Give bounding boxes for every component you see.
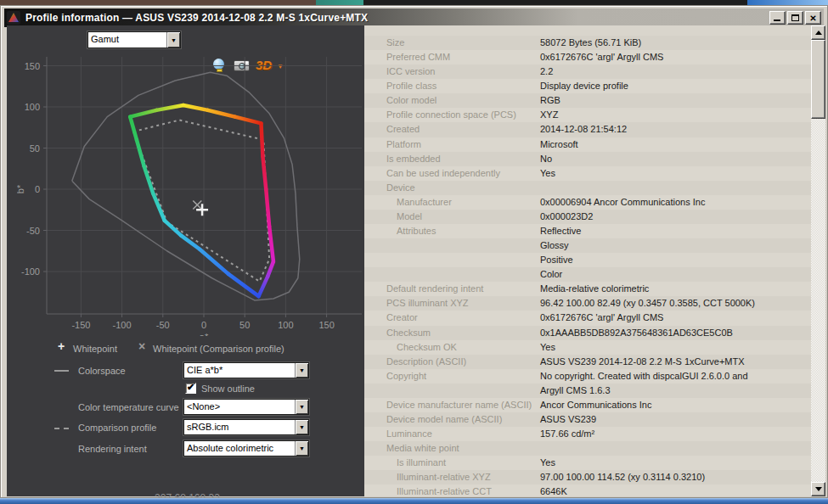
info-row-label: PCS illuminant XYZ xyxy=(386,298,469,308)
info-row-label: Created xyxy=(386,124,420,134)
svg-text:b*: b* xyxy=(17,184,25,193)
info-row-label: Preferred CMM xyxy=(386,52,450,62)
info-row-value: Microsoft xyxy=(540,139,578,149)
info-row: AttributesReflective xyxy=(364,224,811,238)
legend-whitepoint-comparison-label: Whitepoint (Comparison profile) xyxy=(153,344,284,354)
info-row-value: No copyright. Created with dispcalGUI 2.… xyxy=(540,371,748,381)
show-outline-checkbox[interactable]: ✔ xyxy=(185,383,196,394)
scrollbar-thumb[interactable] xyxy=(811,40,825,119)
info-row-value: 0x6172676C 'argl' Argyll CMS xyxy=(540,52,663,62)
info-row-label: Copyright xyxy=(386,371,426,381)
info-row-value: No xyxy=(540,154,552,164)
info-row-label: Description (ASCII) xyxy=(386,356,466,367)
info-row: ICC version2.2 xyxy=(364,64,811,79)
info-row-value: Yes xyxy=(540,342,555,352)
view-type-value: Gamut xyxy=(88,32,166,48)
info-row: Preferred CMM0x6172676C 'argl' Argyll CM… xyxy=(364,50,811,64)
info-row-value: 97.00 100.00 114.52 (xy 0.3114 0.3210) xyxy=(540,472,705,482)
info-row-label: Default rendering intent xyxy=(386,283,483,294)
whitepoint-plus-icon: + xyxy=(58,339,65,353)
info-row-value: 0x6172676C 'argl' Argyll CMS xyxy=(540,312,663,322)
scroll-down-button[interactable] xyxy=(811,482,825,496)
info-row: Model0x000023D2 xyxy=(364,210,811,224)
info-row-label: Creator xyxy=(386,312,418,322)
arrow-down-icon xyxy=(815,487,822,491)
info-row-label: Is embedded xyxy=(386,154,441,164)
chevron-down-icon[interactable]: ▼ xyxy=(295,363,308,378)
info-row-label: Device xyxy=(386,182,415,193)
info-row-value: Yes xyxy=(540,457,555,468)
app-icon xyxy=(7,11,20,25)
maximize-button[interactable] xyxy=(787,11,803,25)
info-row-label: Can be used independently xyxy=(386,168,500,178)
info-row: Manufacturer0x00006904 Ancor Communicati… xyxy=(364,195,811,210)
info-row-value: Display device profile xyxy=(540,81,628,91)
info-row: Is embeddedNo xyxy=(364,152,811,166)
info-row-label: Size xyxy=(386,37,404,48)
svg-text:0: 0 xyxy=(201,320,206,330)
info-row: Color modelRGB xyxy=(364,93,811,108)
close-icon: ✕ xyxy=(809,14,816,23)
info-row: Argyll CMS 1.6.3 xyxy=(364,384,811,398)
info-row-value: RGB xyxy=(540,95,560,105)
chevron-down-icon[interactable]: ▼ xyxy=(295,441,308,456)
legend-whitepoint-label: Whitepoint xyxy=(73,344,117,354)
title-bar[interactable]: Profile information — ASUS VS239 2014-12… xyxy=(4,8,824,27)
arrow-up-icon xyxy=(815,31,822,35)
info-row-label: Model xyxy=(397,211,422,221)
info-row-label: Attributes xyxy=(397,226,436,236)
minimize-button[interactable] xyxy=(769,11,786,25)
color-temperature-curve-select[interactable]: <None> ▼ xyxy=(183,399,309,415)
scroll-up-button[interactable] xyxy=(811,25,825,40)
gamut-view-panel: Gamut ▼ 3D ▼ -150-100-500501001501501005… xyxy=(7,25,364,496)
info-row: Creator0x6172676C 'argl' Argyll CMS xyxy=(364,311,811,325)
rgb-triangle-icon xyxy=(7,11,20,25)
chevron-down-icon[interactable]: ▼ xyxy=(295,400,308,414)
taskbar-strip xyxy=(0,498,828,504)
info-row-value: 6646K xyxy=(540,486,567,496)
close-button[interactable]: ✕ xyxy=(805,11,821,25)
svg-text:0: 0 xyxy=(35,184,40,194)
info-row-label: Is illuminant xyxy=(397,457,446,468)
info-row: Is illuminantYes xyxy=(364,456,811,470)
chevron-down-icon[interactable]: ▼ xyxy=(295,420,308,434)
comparison-profile-select[interactable]: sRGB.icm ▼ xyxy=(183,419,309,435)
info-row: Device manufacturer name (ASCII)Ancor Co… xyxy=(364,398,811,412)
svg-text:100: 100 xyxy=(25,102,40,112)
info-row-label: Platform xyxy=(386,139,421,149)
info-row-value: 0x1AAABB5DB892A375648361AD63CE5C0B xyxy=(540,328,733,338)
info-row-label: Media white point xyxy=(386,443,459,453)
info-row-value: Glossy xyxy=(540,240,569,250)
info-row: Profile classDisplay device profile xyxy=(364,79,811,93)
info-row-value: ASUS VS239 xyxy=(540,414,596,424)
gamut-plot[interactable]: -150-100-50050100150150100500-50-100a*b* xyxy=(17,53,365,336)
info-row: Checksum0x1AAABB5DB892A375648361AD63CE5C… xyxy=(364,326,811,340)
svg-text:-100: -100 xyxy=(21,266,40,277)
info-row: Device model name (ASCII)ASUS VS239 xyxy=(364,412,811,427)
info-row: Luminance157.66 cd/m² xyxy=(364,427,811,441)
info-row: Size58072 Bytes (56.71 KiB) xyxy=(364,36,811,50)
info-row-value: XYZ xyxy=(540,109,558,120)
svg-text:50: 50 xyxy=(30,143,40,154)
info-row-value: 2014-12-08 21:54:12 xyxy=(540,124,627,134)
info-row: Media white point xyxy=(364,441,811,456)
info-row: Can be used independentlyYes xyxy=(364,166,811,181)
chevron-down-icon[interactable]: ▼ xyxy=(166,32,180,48)
info-row-value: Yes xyxy=(540,168,555,178)
comparison-profile-label: Comparison profile xyxy=(78,423,156,433)
rendering-intent-select[interactable]: Absolute colorimetric ▼ xyxy=(183,440,309,456)
view-type-select[interactable]: Gamut ▼ xyxy=(87,31,181,48)
info-row-value: 58072 Bytes (56.71 KiB) xyxy=(540,37,641,48)
rendering-intent-value: Absolute colorimetric xyxy=(184,441,295,456)
info-row-value: Media-relative colorimetric xyxy=(540,283,649,294)
info-row-value: Reflective xyxy=(540,226,581,236)
info-row: Description (ASCII)ASUS VS239 2014-12-08… xyxy=(364,355,811,369)
info-row-value: 96.42 100.00 82.49 (xy 0.3457 0.3585, CC… xyxy=(540,298,755,308)
info-row: Illuminant-relative CCT6646K xyxy=(364,484,811,496)
colorspace-value: CIE a*b* xyxy=(184,363,295,378)
vertical-scrollbar[interactable] xyxy=(811,25,825,496)
info-row-value: 0x000023D2 xyxy=(540,211,593,221)
colorspace-label: Colorspace xyxy=(78,366,126,376)
colorspace-select[interactable]: CIE a*b* ▼ xyxy=(183,362,309,378)
info-row-value: Color xyxy=(540,269,562,279)
